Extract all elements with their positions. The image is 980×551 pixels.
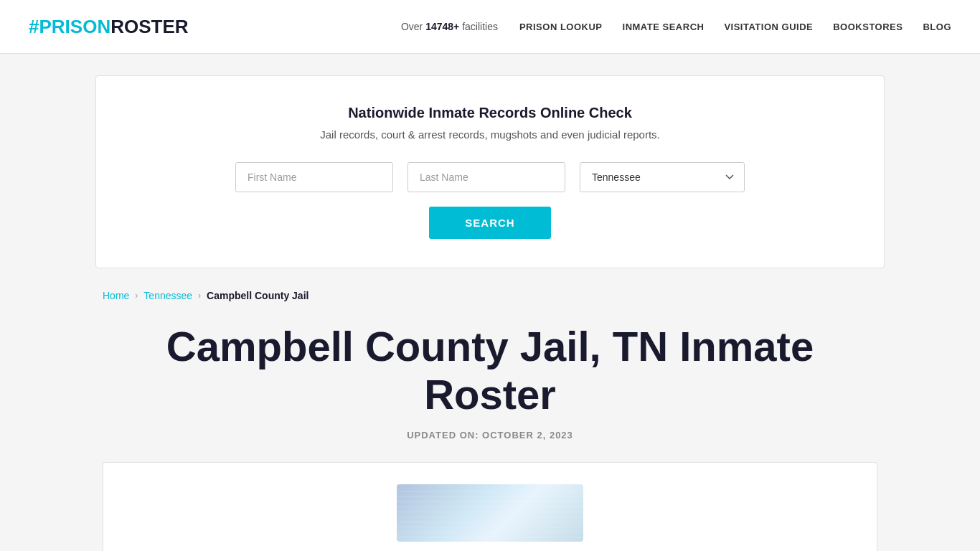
nav-links: PRISON LOOKUP INMATE SEARCH VISITATION G…: [519, 20, 951, 33]
facilities-count: 14748+: [425, 21, 459, 32]
breadcrumb: Home › Tennessee › Campbell County Jail: [95, 290, 885, 301]
nav-link-blog[interactable]: BLOG: [923, 22, 951, 32]
breadcrumb-sep-1: ›: [135, 291, 138, 301]
nav-item-inmate-search[interactable]: INMATE SEARCH: [623, 20, 705, 33]
logo-roster: ROSTER: [110, 16, 188, 38]
nav-link-prison-lookup[interactable]: PRISON LOOKUP: [519, 22, 603, 32]
search-form: AlabamaAlaskaArizonaArkansasCaliforniaCo…: [139, 162, 841, 192]
state-select[interactable]: AlabamaAlaskaArizonaArkansasCaliforniaCo…: [580, 162, 745, 192]
facilities-count-text: Over 14748+ facilities: [401, 21, 498, 32]
nav-item-blog[interactable]: BLOG: [923, 20, 951, 33]
nav-link-visitation-guide[interactable]: VISITATION GUIDE: [724, 22, 813, 32]
nav-link-bookstores[interactable]: BOOKSTORES: [833, 22, 903, 32]
bottom-card: [103, 462, 877, 551]
site-logo[interactable]: #PRISONROSTER: [29, 16, 189, 38]
breadcrumb-home[interactable]: Home: [103, 290, 129, 301]
first-name-input[interactable]: [235, 162, 393, 192]
updated-on: UPDATED ON: OCTOBER 2, 2023: [103, 430, 877, 441]
main-nav: PRISON LOOKUP INMATE SEARCH VISITATION G…: [519, 20, 951, 33]
search-btn-row: SEARCH: [139, 207, 841, 239]
logo-prison: PRISON: [39, 16, 110, 38]
logo-hash: #: [29, 16, 39, 38]
search-button[interactable]: SEARCH: [429, 207, 550, 239]
page-title: Campbell County Jail, TN Inmate Roster: [103, 323, 877, 418]
search-description: Jail records, court & arrest records, mu…: [139, 128, 841, 141]
nav-item-prison-lookup[interactable]: PRISON LOOKUP: [519, 20, 603, 33]
site-header: #PRISONROSTER Over 14748+ facilities PRI…: [0, 0, 980, 54]
main-content: Campbell County Jail, TN Inmate Roster U…: [95, 323, 885, 551]
breadcrumb-state[interactable]: Tennessee: [143, 290, 192, 301]
breadcrumb-current: Campbell County Jail: [207, 290, 308, 301]
last-name-input[interactable]: [407, 162, 565, 192]
facility-image: [397, 484, 583, 542]
header-right: Over 14748+ facilities PRISON LOOKUP INM…: [401, 20, 951, 33]
nav-item-bookstores[interactable]: BOOKSTORES: [833, 20, 903, 33]
nav-item-visitation-guide[interactable]: VISITATION GUIDE: [724, 20, 813, 33]
breadcrumb-sep-2: ›: [198, 291, 201, 301]
search-title: Nationwide Inmate Records Online Check: [139, 105, 841, 121]
nav-link-inmate-search[interactable]: INMATE SEARCH: [623, 22, 705, 32]
search-section: Nationwide Inmate Records Online Check J…: [95, 75, 885, 268]
